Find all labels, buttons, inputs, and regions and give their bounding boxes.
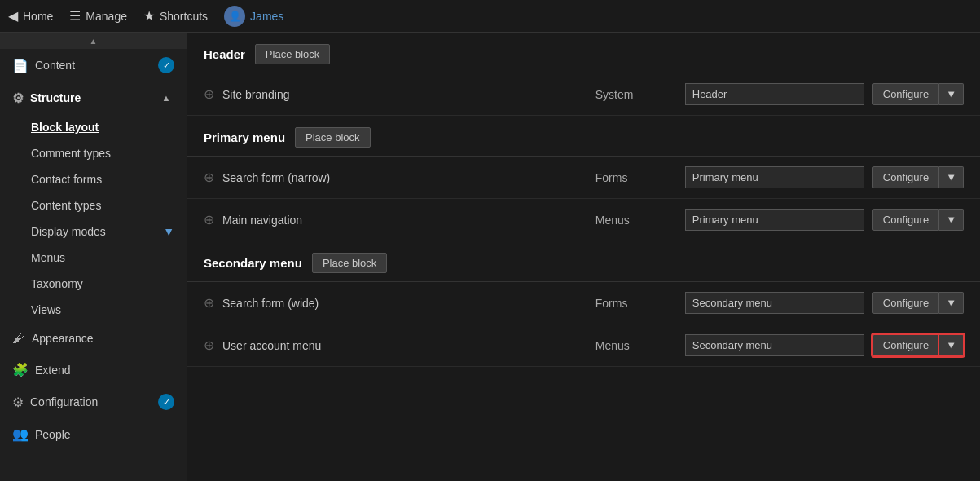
home-label: Home: [23, 10, 53, 23]
people-icon: 👥: [12, 426, 29, 442]
manage-nav-item[interactable]: ☰ Manage: [69, 8, 127, 24]
appearance-icon: 🖌: [12, 331, 25, 346]
sidebar-structure-label: Structure: [30, 91, 81, 104]
header-section-title: Header: [204, 47, 245, 61]
primary-menu-section-title: Primary menu: [204, 130, 285, 144]
sidebar-item-configuration[interactable]: ⚙ Configuration ✓: [0, 386, 187, 418]
primary-menu-section-header: Primary menu Place block: [187, 116, 980, 157]
shortcuts-label: Shortcuts: [160, 10, 208, 23]
sidebar-item-content-types[interactable]: Content types: [0, 192, 187, 218]
sidebar: ▲ 📄 Content ✓ ⚙ Structure ▲ Block layout…: [0, 33, 187, 481]
user-name: James: [250, 10, 283, 23]
manage-label: Manage: [86, 10, 127, 23]
sidebar-item-block-layout[interactable]: Block layout: [0, 114, 187, 140]
configuration-icon: ⚙: [12, 395, 24, 410]
sidebar-item-views[interactable]: Views: [0, 297, 187, 323]
block-name-search-form-narrow: Search form (narrow): [222, 171, 587, 184]
block-category-system: System: [595, 88, 677, 101]
sidebar-item-people[interactable]: 👥 People: [0, 418, 187, 450]
drag-handle-icon[interactable]: ⊕: [204, 338, 214, 353]
configure-dropdown-main-navigation[interactable]: ▼: [939, 209, 964, 231]
sidebar-people-label: People: [35, 428, 71, 441]
configure-dropdown-site-branding[interactable]: ▼: [939, 83, 964, 105]
scroll-up-indicator[interactable]: ▲: [0, 33, 187, 49]
sidebar-item-appearance[interactable]: 🖌 Appearance: [0, 323, 187, 354]
sidebar-item-structure[interactable]: ⚙ Structure ▲: [0, 82, 187, 114]
configure-button-user-account-menu[interactable]: Configure: [872, 334, 939, 356]
block-region-select-site-branding[interactable]: Header Primary menu Secondary menu: [685, 83, 864, 105]
table-row: ⊕ Main navigation Menus Primary menu Hea…: [187, 199, 980, 241]
block-name-search-form-wide: Search form (wide): [222, 297, 587, 310]
drag-handle-icon[interactable]: ⊕: [204, 86, 214, 102]
block-category-menus: Menus: [595, 339, 677, 352]
home-nav-item[interactable]: ◀ Home: [8, 8, 53, 24]
content-area: Header Place block ⊕ Site branding Syste…: [187, 33, 980, 481]
configuration-badge[interactable]: ✓: [158, 394, 174, 410]
configure-dropdown-search-form-narrow[interactable]: ▼: [939, 166, 964, 188]
block-region-select-user-account-menu[interactable]: Secondary menu Header Primary menu: [685, 334, 864, 356]
configure-group-site-branding: Configure ▼: [872, 83, 964, 105]
block-region-select-search-form-narrow[interactable]: Primary menu Header Secondary menu: [685, 166, 864, 188]
block-region-select-main-navigation[interactable]: Primary menu Header Secondary menu: [685, 209, 864, 231]
configure-button-search-form-wide[interactable]: Configure: [872, 292, 939, 314]
configure-button-site-branding[interactable]: Configure: [872, 83, 939, 105]
block-category-forms: Forms: [595, 171, 677, 184]
sidebar-item-contact-forms[interactable]: Contact forms: [0, 166, 187, 192]
block-region-select-search-form-wide[interactable]: Secondary menu Header Primary menu: [685, 292, 864, 314]
table-row: ⊕ Search form (narrow) Forms Primary men…: [187, 157, 980, 199]
block-category-forms: Forms: [595, 297, 677, 310]
top-navigation: ◀ Home ☰ Manage ★ Shortcuts 👤 James: [0, 0, 980, 33]
configure-button-main-navigation[interactable]: Configure: [872, 209, 939, 231]
configure-group-user-account-menu: Configure ▼: [872, 334, 964, 356]
extend-icon: 🧩: [12, 362, 29, 377]
content-expand-badge[interactable]: ✓: [158, 57, 174, 73]
drag-handle-icon[interactable]: ⊕: [204, 212, 214, 227]
manage-icon: ☰: [69, 8, 81, 24]
configure-dropdown-user-account-menu[interactable]: ▼: [939, 334, 964, 356]
block-category-menus: Menus: [595, 214, 677, 227]
configure-group-main-navigation: Configure ▼: [872, 209, 964, 231]
structure-icon: ⚙: [12, 90, 24, 106]
header-place-block-button[interactable]: Place block: [255, 44, 330, 64]
block-name-user-account-menu: User account menu: [222, 339, 587, 352]
drag-handle-icon[interactable]: ⊕: [204, 170, 214, 185]
sidebar-content-label: Content: [35, 59, 75, 72]
star-icon: ★: [143, 8, 155, 24]
sidebar-item-taxonomy[interactable]: Taxonomy: [0, 271, 187, 297]
avatar: 👤: [224, 6, 245, 27]
configure-group-search-form-wide: Configure ▼: [872, 292, 964, 314]
table-row: ⊕ Search form (wide) Forms Secondary men…: [187, 282, 980, 324]
sidebar-item-menus[interactable]: Menus: [0, 245, 187, 271]
secondary-menu-place-block-button[interactable]: Place block: [312, 253, 387, 273]
drag-handle-icon[interactable]: ⊕: [204, 295, 214, 311]
secondary-menu-section-title: Secondary menu: [204, 256, 302, 270]
structure-expand-badge[interactable]: ▲: [158, 90, 174, 106]
header-section-header: Header Place block: [187, 33, 980, 73]
home-icon: ◀: [8, 8, 18, 24]
sidebar-appearance-label: Appearance: [32, 332, 94, 345]
sidebar-item-extend[interactable]: 🧩 Extend: [0, 354, 187, 386]
secondary-menu-section-header: Secondary menu Place block: [187, 241, 980, 282]
configure-group-search-form-narrow: Configure ▼: [872, 166, 964, 188]
primary-menu-place-block-button[interactable]: Place block: [295, 127, 370, 148]
sidebar-item-content[interactable]: 📄 Content ✓: [0, 49, 187, 82]
main-layout: ▲ 📄 Content ✓ ⚙ Structure ▲ Block layout…: [0, 33, 980, 481]
user-nav-item[interactable]: 👤 James: [224, 6, 283, 27]
sidebar-configuration-label: Configuration: [30, 395, 98, 408]
block-name-site-branding: Site branding: [222, 88, 587, 101]
sidebar-extend-label: Extend: [35, 364, 71, 377]
shortcuts-nav-item[interactable]: ★ Shortcuts: [143, 8, 208, 24]
table-row: ⊕ Site branding System Header Primary me…: [187, 73, 980, 116]
configure-button-search-form-narrow[interactable]: Configure: [872, 166, 939, 188]
block-name-main-navigation: Main navigation: [222, 214, 587, 227]
content-icon: 📄: [12, 58, 29, 73]
sidebar-item-display-modes[interactable]: Display modes ▼: [0, 218, 187, 245]
display-modes-arrow: ▼: [163, 225, 174, 238]
configure-dropdown-search-form-wide[interactable]: ▼: [939, 292, 964, 314]
table-row: ⊕ User account menu Menus Secondary menu…: [187, 324, 980, 367]
sidebar-item-comment-types[interactable]: Comment types: [0, 140, 187, 166]
